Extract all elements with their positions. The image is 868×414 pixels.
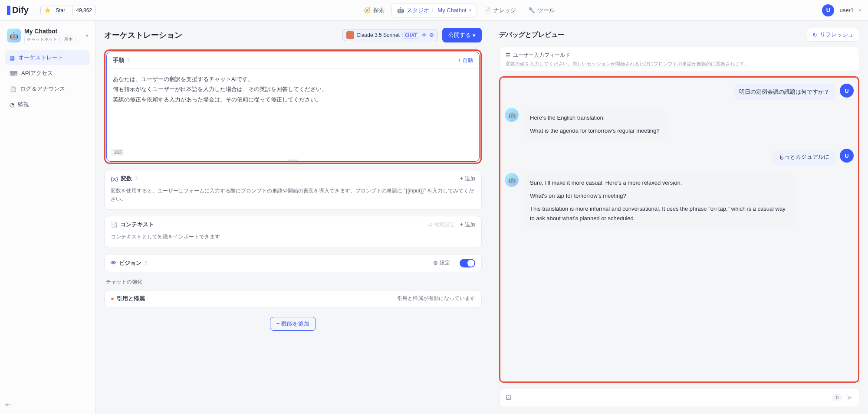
- nav-right: U user1 ▾: [822, 4, 861, 16]
- image-icon[interactable]: 🖼: [506, 394, 511, 401]
- prompt-card-highlight: 手順 ? + 自動 あなたは、ユーザーの翻訳を支援するチャットAIです。 何も指…: [104, 49, 482, 164]
- gear-icon: ⚙: [433, 260, 438, 266]
- help-icon[interactable]: ?: [127, 57, 130, 63]
- settings-icon: ⇄: [428, 222, 432, 228]
- variables-card: {x} 変数 ? + 追加 変数を使用すると、ユーザーはフォームに入力する際にプ…: [104, 170, 482, 210]
- chat-input[interactable]: [516, 394, 828, 401]
- sidebar: 🤖 My Chatbot チャットボット 基本 ▾ ▦ オーケストレート ⌨ A…: [0, 21, 95, 414]
- search-settings-button[interactable]: ⇄ 検索設定: [428, 221, 455, 228]
- prompt-line: あなたは、ユーザーの翻訳を支援するチャットAIです。: [113, 74, 473, 84]
- resize-handle[interactable]: [288, 160, 298, 161]
- context-icon: 📑: [111, 222, 118, 228]
- nav-explore[interactable]: 🧭 探索: [358, 4, 390, 17]
- app-icon: 🤖: [7, 29, 21, 42]
- nav-center: 🧭 探索 🤖 スタジオ / My Chatbot ▾ 📄 ナレッジ 🔧 ツール: [101, 3, 817, 17]
- prompt-line: 英訳の修正を依頼する入力があった場合は、その依頼に従って修正してください。: [113, 95, 473, 104]
- add-label: 追加: [465, 221, 475, 228]
- publish-label: 公開する: [448, 31, 471, 39]
- citation-status: 引用と帰属が有効になっています: [397, 295, 475, 302]
- prompt-textarea[interactable]: あなたは、ユーザーの翻訳を支援するチャットAIです。 何も指示がなくユーザーが日…: [107, 69, 479, 147]
- book-icon: 📄: [484, 7, 491, 13]
- citation-title: 引用と帰属: [117, 295, 145, 303]
- plus-icon: +: [460, 176, 463, 182]
- model-type-badge: CHAT: [402, 32, 419, 39]
- robot-icon: 🤖: [397, 7, 404, 13]
- nav-studio[interactable]: 🤖 スタジオ / My Chatbot ▾: [391, 3, 477, 17]
- help-icon[interactable]: ?: [144, 260, 147, 266]
- sidebar-item-monitor[interactable]: ◔ 監視: [5, 97, 90, 112]
- vision-toggle[interactable]: [460, 259, 475, 267]
- sidebar-item-label: APIアクセス: [21, 69, 53, 77]
- nav-knowledge[interactable]: 📄 ナレッジ: [479, 4, 521, 17]
- page-title: オーケストレーション: [104, 30, 182, 40]
- topbar: Dify_ ⭐ Star 49,862 🧭 探索 🤖 スタジオ / My Cha…: [0, 0, 868, 21]
- chat-preview-highlight: 明日の定例会議の議題は何ですか？ U 🤖 Here's the English …: [499, 76, 859, 383]
- context-title: コンテキスト: [120, 221, 154, 228]
- eye-icon: 👁: [111, 260, 116, 266]
- message-text: Here's the English translation:: [530, 113, 660, 123]
- add-context-button[interactable]: + 追加: [460, 221, 475, 228]
- variables-desc: 変数を使用すると、ユーザーはフォームに入力する際にプロンプトの単語や開始の言葉を…: [105, 187, 481, 209]
- star-count: 49,862: [72, 6, 95, 15]
- context-card: 📑 コンテキスト ⇄ 検索設定 + 追加 コンテキストとし: [104, 216, 482, 248]
- nav-tools[interactable]: 🔧 ツール: [523, 4, 560, 17]
- add-variable-button[interactable]: + 追加: [460, 175, 475, 183]
- terminal-icon: ⌨: [10, 70, 18, 77]
- model-name: Claude 3.5 Sonnet: [357, 32, 400, 38]
- sidebar-item-label: オーケストレート: [18, 54, 63, 62]
- vision-card: 👁 ビジョン ? ⚙ 設定: [104, 254, 482, 272]
- logo-mark-icon: [7, 6, 10, 15]
- message-text: もっとカジュアルに: [773, 149, 835, 165]
- form-icon: ☰: [506, 52, 510, 59]
- message-text: What's on tap for tomorrow's meeting?: [530, 191, 788, 201]
- username-label[interactable]: user1: [839, 7, 854, 13]
- sliders-icon[interactable]: ⚙: [429, 32, 434, 38]
- publish-button[interactable]: 公開する ▾: [442, 28, 482, 42]
- star-label: ⭐ Star: [41, 6, 72, 15]
- sidebar-item-label: ログ＆アナウンス: [20, 85, 65, 93]
- sidebar-item-label: 監視: [18, 101, 29, 108]
- sidebar-item-orchestrate[interactable]: ▦ オーケストレート: [5, 50, 90, 65]
- plus-icon: +: [460, 222, 463, 228]
- chat-message-user: もっとカジュアルに U: [505, 149, 854, 165]
- anthropic-icon: [346, 31, 354, 39]
- nav-label: ツール: [538, 7, 555, 14]
- char-count: 103: [111, 149, 124, 156]
- auto-label: 自動: [463, 57, 473, 64]
- chevron-down-icon: ▾: [469, 8, 471, 13]
- refresh-icon: ↻: [812, 32, 817, 38]
- context-desc: コンテキストとして知識をインポートできます: [105, 233, 481, 247]
- sidebar-item-api[interactable]: ⌨ APIアクセス: [5, 66, 90, 81]
- logo[interactable]: Dify_: [7, 5, 35, 15]
- model-selector[interactable]: Claude 3.5 Sonnet CHAT 👁 ⚙: [342, 29, 438, 41]
- refresh-label: リフレッシュ: [820, 31, 854, 39]
- input-count: 0: [832, 394, 842, 401]
- logo-text: Dify: [12, 5, 29, 15]
- add-feature-button[interactable]: + 機能を追加: [270, 317, 316, 331]
- auto-generate-button[interactable]: + 自動: [458, 57, 473, 64]
- chat-message-bot: 🤖 Here's the English translation: What i…: [505, 108, 854, 141]
- variable-icon: {x}: [111, 176, 118, 182]
- chevron-down-icon[interactable]: ▾: [86, 33, 88, 38]
- app-header[interactable]: 🤖 My Chatbot チャットボット 基本 ▾: [5, 26, 90, 45]
- github-star-button[interactable]: ⭐ Star 49,862: [40, 6, 96, 15]
- vision-settings-button[interactable]: ⚙ 設定: [433, 259, 450, 267]
- preview-title: デバッグとプレビュー: [499, 31, 564, 39]
- refresh-button[interactable]: ↻ リフレッシュ: [807, 28, 859, 42]
- tool-icon: 🔧: [528, 7, 535, 13]
- collapse-sidebar-button[interactable]: ⇤: [5, 401, 11, 409]
- chevron-down-icon[interactable]: ▾: [859, 8, 861, 13]
- document-icon: 📋: [10, 86, 16, 92]
- send-icon[interactable]: ➤: [846, 393, 853, 402]
- user-input-fields-card[interactable]: ☰ ユーザー入力フィールド 変数の値を入力してください。新しいセッションが開始さ…: [499, 47, 859, 72]
- add-feature-label: 機能を追加: [281, 320, 309, 328]
- citation-card: ● 引用と帰属 引用と帰属が有効になっています: [104, 290, 482, 307]
- user-avatar[interactable]: U: [822, 4, 834, 16]
- sidebar-item-logs[interactable]: 📋 ログ＆アナウンス: [5, 81, 90, 96]
- prompt-title: 手順: [113, 56, 124, 64]
- nav-sublabel: My Chatbot: [437, 7, 466, 13]
- help-icon[interactable]: ?: [135, 176, 138, 182]
- user-avatar: U: [840, 84, 854, 98]
- layout-icon: ▦: [10, 55, 15, 61]
- nav-label: スタジオ: [407, 7, 429, 14]
